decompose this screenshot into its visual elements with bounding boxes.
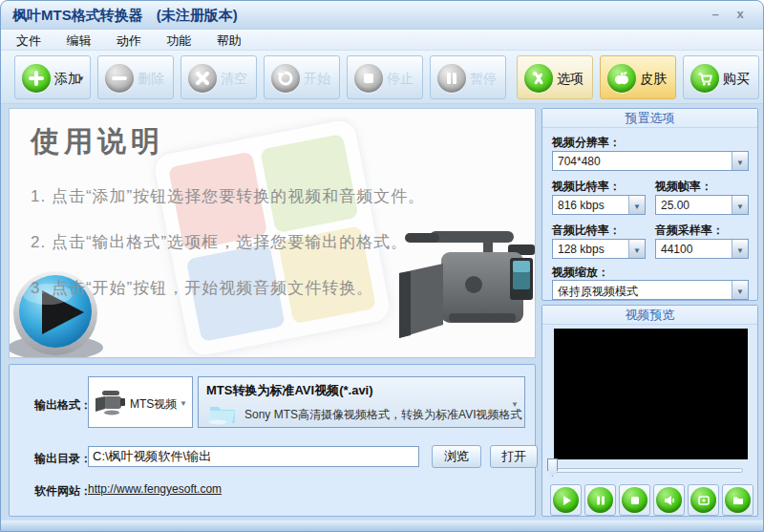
output-dir-input[interactable] — [88, 446, 419, 467]
options-button[interactable]: 选项 — [517, 55, 593, 99]
cart-icon — [690, 64, 719, 93]
website-label: 软件网站： — [34, 483, 92, 500]
play-icon — [553, 487, 579, 513]
website-link[interactable]: http://www.fengyesoft.com — [88, 482, 222, 496]
framerate-select[interactable]: 25.00 ▼ — [655, 195, 749, 215]
video-bitrate-select[interactable]: 816 kbps ▼ — [552, 195, 646, 215]
scale-label: 视频缩放： — [552, 265, 609, 281]
format-profile-select[interactable]: MTS转换为标准AVI视频(*.avi) Sony MTS高清摄像视频格式，转换… — [198, 376, 525, 428]
stop-icon — [622, 487, 647, 513]
delete-button[interactable]: 删除 — [97, 55, 174, 99]
menu-function[interactable]: 功能 — [160, 30, 197, 53]
seek-slider-track[interactable] — [551, 468, 743, 473]
chevron-down-icon: ▼ — [732, 152, 748, 170]
menu-file[interactable]: 文件 — [11, 30, 47, 53]
resolution-select[interactable]: 704*480 ▼ — [552, 151, 749, 171]
minus-icon — [105, 64, 134, 93]
app-title: 枫叶MTS格式转换器 — [12, 7, 143, 23]
preview-snapshot-button[interactable] — [688, 484, 719, 516]
instructions-heading: 使用说明 — [31, 122, 164, 161]
camcorder-icon — [93, 389, 127, 417]
instruction-step-1: 1. 点击“添加”按钮选择您要转换的视频和音频文件。 — [31, 185, 425, 207]
tools-icon — [524, 64, 553, 93]
preview-volume-button[interactable] — [653, 484, 685, 516]
video-bitrate-label: 视频比特率： — [552, 179, 621, 195]
output-panel: 输出格式： MTS视频 ▼ MTS转换为标准AVI视频(*.avi) Sony … — [9, 364, 536, 517]
camcorder-image — [392, 225, 536, 358]
pause-icon — [587, 487, 613, 513]
menu-edit[interactable]: 编辑 — [60, 30, 96, 53]
preview-stop-button[interactable] — [619, 484, 650, 516]
window-statusbar — [1, 520, 763, 531]
start-button[interactable]: 开始 — [264, 55, 340, 99]
samplerate-label: 音频采样率： — [655, 223, 724, 239]
preview-pause-button[interactable] — [584, 484, 616, 516]
speaker-icon — [656, 487, 682, 513]
preset-panel: 预置选项 视频分辨率： 704*480 ▼ 视频比特率： 视频帧率： 816 k… — [541, 108, 758, 301]
chevron-down-icon: ▼ — [732, 240, 748, 258]
menubar: 文件 编辑 动作 功能 帮助 — [1, 30, 763, 51]
cross-icon — [188, 64, 217, 93]
buy-button[interactable]: 购买 — [683, 55, 759, 99]
chevron-down-icon: ▼ — [732, 281, 748, 299]
menu-help[interactable]: 帮助 — [211, 30, 247, 53]
app-window: 枫叶MTS格式转换器(未注册版本) – x 文件 编辑 动作 功能 帮助 添加 … — [0, 0, 764, 532]
snapshot-icon — [690, 487, 716, 513]
framerate-label: 视频帧率： — [655, 179, 712, 195]
format-profile-title: MTS转换为标准AVI视频(*.avi) — [206, 382, 373, 399]
folder-icon — [208, 402, 237, 425]
browse-button[interactable]: 浏览 — [432, 445, 481, 468]
preview-folder-button[interactable] — [722, 484, 753, 516]
audio-bitrate-select[interactable]: 128 kbps ▼ — [552, 239, 646, 259]
apple-icon — [607, 64, 636, 93]
format-type-select[interactable]: MTS视频 ▼ — [88, 376, 193, 428]
video-preview-screen — [554, 329, 748, 459]
samplerate-select[interactable]: 44100 ▼ — [655, 239, 749, 259]
folder-icon — [725, 487, 751, 513]
audio-bitrate-label: 音频比特率： — [552, 223, 621, 239]
resolution-label: 视频分辨率： — [552, 135, 621, 151]
preset-panel-title: 预置选项 — [542, 109, 757, 128]
toolbar: 添加 ▼ 删除 清空 开始 停止 — [1, 51, 763, 104]
add-button[interactable]: 添加 ▼ — [14, 55, 91, 99]
pause-icon — [437, 64, 466, 93]
window-title: 枫叶MTS格式转换器(未注册版本) — [12, 7, 238, 25]
stop-button[interactable]: 停止 — [347, 55, 423, 99]
format-profile-desc: Sony MTS高清摄像视频格式，转换为标准AVI视频格式 — [244, 407, 521, 423]
close-button[interactable]: x — [731, 6, 750, 23]
instruction-step-2: 2. 点击“输出格式”选项框，选择您要输出的格式。 — [31, 231, 408, 253]
preview-panel: 视频预览 — [541, 305, 758, 517]
chevron-down-icon: ▼ — [732, 196, 748, 214]
chevron-down-icon: ▼ — [628, 240, 645, 258]
output-format-label: 输出格式： — [34, 397, 92, 414]
chevron-down-icon: ▼ — [628, 196, 645, 214]
app-title-suffix: (未注册版本) — [157, 7, 238, 23]
seek-slider-thumb[interactable] — [547, 458, 558, 477]
menu-action[interactable]: 动作 — [111, 30, 147, 53]
scale-select[interactable]: 保持原视频模式 ▼ — [552, 280, 749, 300]
plus-icon — [22, 64, 51, 93]
open-button[interactable]: 打开 — [490, 445, 538, 468]
instructions-panel: 使用说明 1. 点击“添加”按钮选择您要转换的视频和音频文件。 2. 点击“输出… — [9, 108, 536, 358]
minimize-button[interactable]: – — [706, 6, 725, 23]
skin-button[interactable]: 皮肤 — [600, 55, 676, 99]
instruction-step-3: 3. 点击“开始”按钮，开始视频音频文件转换。 — [31, 277, 373, 299]
preview-play-button[interactable] — [550, 484, 582, 516]
preview-panel-title: 视频预览 — [542, 306, 757, 325]
start-icon — [271, 64, 300, 93]
clear-button[interactable]: 清空 — [180, 55, 257, 99]
chevron-down-icon: ▼ — [180, 399, 187, 408]
stop-icon — [354, 64, 383, 93]
pause-button[interactable]: 暂停 — [430, 55, 506, 99]
output-dir-label: 输出目录： — [34, 451, 92, 467]
titlebar: 枫叶MTS格式转换器(未注册版本) – x — [1, 1, 763, 30]
chevron-down-icon: ▼ — [77, 74, 85, 83]
chevron-down-icon: ▼ — [511, 400, 519, 409]
